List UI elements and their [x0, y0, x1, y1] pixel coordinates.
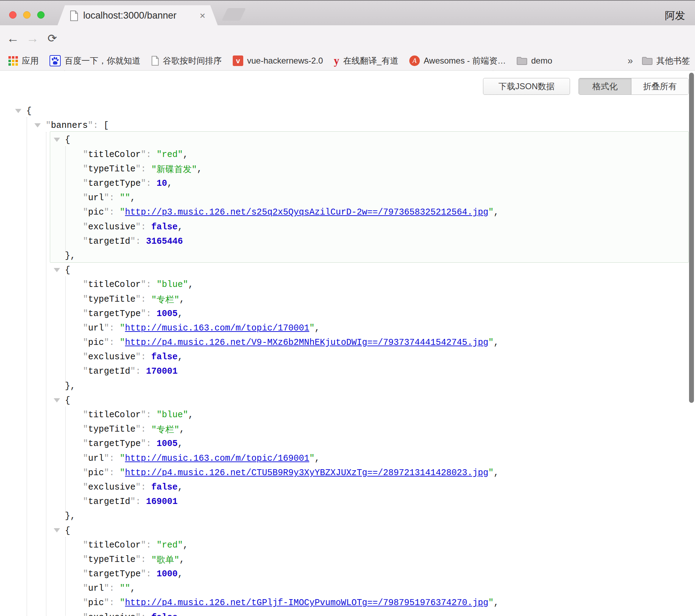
json-key: targetType: [88, 178, 141, 189]
json-quote: ":: [141, 569, 157, 579]
json-quote: ":: [135, 482, 151, 492]
vertical-scrollbar-thumb[interactable]: [689, 73, 694, 403]
apps-grid-icon: [8, 56, 18, 66]
bookmark-vue-hackernews[interactable]: v vue-hackernews-2.0: [233, 55, 323, 66]
json-quote: ": [83, 280, 88, 290]
json-quote: ": [83, 540, 88, 550]
json-quote: ": [83, 236, 88, 247]
json-key: typeTitle: [88, 424, 135, 434]
profile-name[interactable]: 阿发: [665, 9, 685, 23]
json-number-value: 10: [157, 178, 167, 189]
json-viewer: {"banners": [{"titleColor": "red","typeT…: [0, 71, 695, 616]
browser-tab[interactable]: localhost:3000/banner ×: [57, 5, 218, 26]
tab-strip: localhost:3000/banner × 阿发: [0, 0, 695, 25]
json-url-link[interactable]: http://p3.music.126.net/s25q2x5QyqsAzilC…: [125, 207, 488, 217]
json-quote: ": [83, 294, 88, 304]
bookmark-demo-folder[interactable]: demo: [517, 56, 552, 66]
bookmark-awesomes[interactable]: A Awesomes - 前端资…: [409, 55, 506, 66]
forward-button[interactable]: →: [25, 25, 41, 51]
json-quote: ": [83, 150, 88, 160]
json-url-link[interactable]: http://music.163.com/m/topic/170001: [125, 323, 309, 333]
collapse-toggle-icon[interactable]: [54, 528, 60, 532]
json-punctuation: ,: [183, 540, 188, 550]
json-line: "typeTitle": "专栏",: [0, 292, 695, 306]
collapse-toggle-icon[interactable]: [15, 109, 21, 113]
collapse-toggle-icon[interactable]: [34, 123, 41, 127]
youdao-icon: y: [334, 54, 339, 67]
json-line: "targetType": 10,: [0, 176, 695, 191]
json-punctuation: {: [65, 265, 70, 275]
json-quote: ": [83, 424, 88, 434]
json-punctuation: [: [104, 120, 109, 131]
json-quote: ":: [104, 598, 120, 608]
json-string-value: "blue": [157, 280, 188, 290]
json-quote: ": [83, 164, 88, 174]
json-line: {: [0, 104, 695, 118]
json-url-link[interactable]: http://music.163.com/m/topic/169001: [125, 453, 309, 464]
json-string-value: "blue": [157, 410, 188, 420]
collapse-toggle-icon[interactable]: [54, 268, 60, 272]
tab-close-icon[interactable]: ×: [200, 11, 205, 21]
awesomes-icon: A: [409, 55, 420, 66]
json-line: "titleColor": "blue",: [0, 277, 695, 292]
window-zoom-button[interactable]: [37, 11, 45, 19]
other-bookmarks-folder[interactable]: 其他书签: [642, 55, 690, 66]
json-string-value: "": [120, 583, 130, 594]
json-quote: ": [83, 178, 88, 189]
bookmark-label: 百度一下，你就知道: [65, 55, 140, 66]
reload-button[interactable]: ⟳: [44, 25, 60, 51]
collapse-toggle-icon[interactable]: [54, 138, 60, 142]
json-key: targetId: [88, 366, 130, 376]
json-string-value: ": [488, 468, 494, 478]
json-url-link[interactable]: http://p4.music.126.net/CTU5B9R9y3XyYBZX…: [125, 468, 488, 478]
vue-tile-icon: v: [233, 55, 243, 66]
bookmark-apps[interactable]: 应用: [8, 55, 39, 66]
json-quote: ": [46, 120, 51, 131]
json-quote: ": [83, 222, 88, 232]
json-punctuation: ,: [178, 569, 183, 579]
bookmarks-overflow-chevron[interactable]: »: [628, 55, 633, 66]
json-punctuation: ,: [167, 178, 172, 189]
json-quote: ":: [104, 453, 120, 464]
json-punctuation: {: [65, 526, 70, 536]
json-quote: ": [83, 207, 88, 217]
json-quote: ":: [130, 497, 146, 507]
json-punctuation: ,: [178, 309, 183, 319]
new-tab-button[interactable]: [221, 8, 246, 21]
json-line: "pic": "http://p4.music.126.net/tGPljf-I…: [0, 596, 695, 610]
bookmark-baidu[interactable]: 百度一下，你就知道: [49, 55, 140, 66]
json-punctuation: ,: [494, 207, 499, 217]
bookmark-label: 在线翻译_有道: [343, 55, 398, 66]
json-quote: ":: [135, 164, 151, 174]
bookmark-youdao[interactable]: y 在线翻译_有道: [334, 54, 398, 67]
json-key: url: [88, 323, 104, 333]
json-quote: ":: [135, 424, 151, 434]
collapse-toggle-icon[interactable]: [54, 398, 60, 402]
bookmark-google-sort[interactable]: 谷歌按时间排序: [151, 55, 222, 66]
json-quote: ":: [135, 352, 151, 362]
back-button[interactable]: ←: [5, 25, 21, 51]
json-number-value: 1005: [157, 439, 178, 449]
window-close-button[interactable]: [9, 11, 16, 19]
window-minimize-button[interactable]: [23, 11, 31, 19]
json-quote: ":: [141, 410, 157, 420]
json-quote: ": [83, 598, 88, 608]
json-key: banners: [51, 120, 88, 131]
window-controls: [9, 11, 45, 19]
json-url-link[interactable]: http://p4.music.126.net/tGPljf-IMOCyPvum…: [125, 598, 488, 608]
json-number-value: 1000: [157, 569, 178, 579]
json-url-link[interactable]: http://p4.music.126.net/V9-MXz6b2MNhEKju…: [125, 338, 488, 348]
json-line: "pic": "http://p3.music.126.net/s25q2x5Q…: [0, 205, 695, 219]
json-key: targetType: [88, 569, 141, 579]
json-key: titleColor: [88, 150, 141, 160]
json-punctuation: ,: [188, 410, 193, 420]
json-line: "exclusive": false,: [0, 350, 695, 364]
json-quote: ": [83, 309, 88, 319]
json-quote: ":: [130, 366, 146, 376]
json-string-value: ": [309, 453, 315, 464]
json-quote: ": [83, 583, 88, 594]
json-punctuation: ,: [315, 323, 320, 333]
json-key: url: [88, 583, 104, 594]
json-punctuation: {: [65, 135, 70, 145]
page-icon: [151, 56, 159, 66]
